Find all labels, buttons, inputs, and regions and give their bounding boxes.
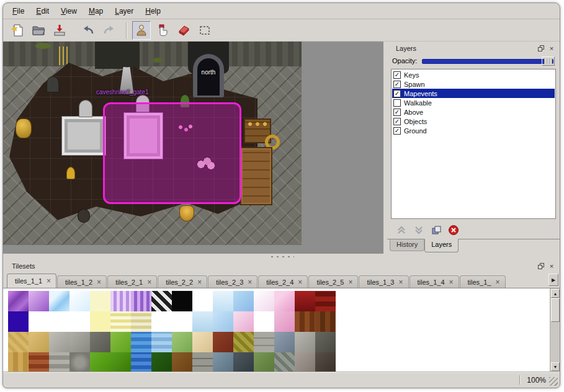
dock-tab-history[interactable]: History <box>390 239 424 251</box>
tab-close-icon[interactable]: × <box>197 279 202 285</box>
event-selection-rect[interactable] <box>103 102 241 204</box>
tab-close-icon[interactable]: × <box>97 279 101 285</box>
layer-row-mapevents[interactable]: ✓Mapevents <box>392 89 555 98</box>
tab-close-icon[interactable]: × <box>398 279 403 285</box>
delete-layer-button[interactable] <box>447 224 460 236</box>
tile-3-1[interactable] <box>29 352 49 372</box>
tile-0-11[interactable] <box>233 291 254 311</box>
save-button[interactable] <box>50 21 69 40</box>
tile-3-7[interactable] <box>151 352 172 372</box>
scrollbar-thumb[interactable] <box>551 298 560 322</box>
opacity-slider-groove[interactable] <box>422 59 553 64</box>
tile-2-9[interactable] <box>192 332 213 352</box>
map-canvas[interactable]: north caveshrine2_gate1 <box>3 42 383 254</box>
float-panel-button[interactable] <box>537 262 545 270</box>
duplicate-layer-button[interactable] <box>429 224 443 236</box>
menu-view[interactable]: View <box>58 5 80 17</box>
tab-close-icon[interactable]: × <box>47 278 51 284</box>
tile-2-12[interactable] <box>254 332 274 352</box>
tab-close-icon[interactable]: × <box>298 279 302 285</box>
tile-0-5[interactable] <box>110 291 131 311</box>
tile-0-0[interactable] <box>8 291 29 311</box>
layer-checkbox[interactable]: ✓ <box>393 81 401 88</box>
tile-2-14[interactable] <box>295 332 315 352</box>
tile-0-4[interactable] <box>90 291 110 311</box>
tile-3-8[interactable] <box>172 352 192 372</box>
redo-button[interactable] <box>100 21 119 40</box>
tile-2-11[interactable] <box>233 332 254 352</box>
opacity-slider-handle[interactable] <box>542 56 555 66</box>
tile-3-14[interactable] <box>295 352 315 372</box>
tile-1-11[interactable] <box>233 311 254 332</box>
tileset-tab-tiles_2_2[interactable]: tiles_2_2× <box>158 275 207 288</box>
tile-3-13[interactable] <box>274 352 295 372</box>
tile-1-9[interactable] <box>192 311 213 332</box>
tile-3-4[interactable] <box>90 352 110 372</box>
tile-2-6[interactable] <box>131 332 151 352</box>
tile-3-10[interactable] <box>213 352 233 372</box>
menu-layer[interactable]: Layer <box>112 5 137 17</box>
tile-1-6[interactable] <box>131 311 151 332</box>
tileset-tab-tiles_1_[interactable]: tiles_1_× <box>460 275 506 288</box>
tile-1-8[interactable] <box>172 311 192 332</box>
layer-row-keys[interactable]: ✓Keys <box>392 70 555 79</box>
tileset-tab-tiles_1_1[interactable]: tiles_1_1× <box>7 274 56 288</box>
tile-1-14[interactable] <box>295 311 315 332</box>
tab-close-icon[interactable]: × <box>147 279 151 285</box>
layer-checkbox[interactable]: ✓ <box>393 118 401 125</box>
tileset-tab-tiles_2_5[interactable]: tiles_2_5× <box>308 275 358 288</box>
menu-help[interactable]: Help <box>142 5 164 17</box>
tile-1-2[interactable] <box>49 311 69 332</box>
tile-2-15[interactable] <box>315 332 336 352</box>
tile-0-1[interactable] <box>29 291 49 311</box>
tile-1-10[interactable] <box>213 311 233 332</box>
tile-3-11[interactable] <box>233 352 254 372</box>
tile-0-9[interactable] <box>192 291 213 311</box>
menu-map[interactable]: Map <box>86 5 106 17</box>
tileset-tab-tiles_2_3[interactable]: tiles_2_3× <box>208 275 257 288</box>
tile-3-15[interactable] <box>315 352 336 372</box>
layer-row-objects[interactable]: ✓Objects <box>392 117 555 126</box>
select-tool-button[interactable] <box>195 21 214 40</box>
tab-scroll-right-button[interactable]: ▶ <box>548 274 558 286</box>
tile-3-6[interactable] <box>131 352 151 372</box>
tile-1-7[interactable] <box>151 311 172 332</box>
layer-checkbox[interactable]: ✓ <box>393 127 401 135</box>
close-panel-button[interactable]: × <box>547 262 556 270</box>
tile-0-14[interactable] <box>295 291 315 311</box>
tile-3-5[interactable] <box>110 352 131 372</box>
close-panel-button[interactable]: × <box>547 45 556 53</box>
tile-3-9[interactable] <box>192 352 213 372</box>
menu-file[interactable]: File <box>9 5 27 17</box>
tile-1-4[interactable] <box>90 311 110 332</box>
tileset-tab-tiles_1_3[interactable]: tiles_1_3× <box>359 275 408 288</box>
tile-2-13[interactable] <box>274 332 295 352</box>
layer-checkbox[interactable]: ✓ <box>393 90 401 97</box>
tile-2-7[interactable] <box>151 332 172 352</box>
layer-row-above[interactable]: ✓Above <box>392 107 555 117</box>
tileset-scrollbar[interactable]: ▲ ▼ <box>550 288 560 372</box>
tile-3-12[interactable] <box>254 352 274 372</box>
tile-0-15[interactable] <box>315 291 336 311</box>
layer-row-ground[interactable]: ✓Ground <box>392 126 555 135</box>
tileset-tab-tiles_2_1[interactable]: tiles_2_1× <box>107 275 157 288</box>
tile-2-5[interactable] <box>110 332 131 352</box>
tile-1-5[interactable] <box>110 311 131 332</box>
open-file-button[interactable] <box>29 21 48 40</box>
tile-1-15[interactable] <box>315 311 336 332</box>
new-file-button[interactable] <box>8 21 27 40</box>
tile-2-8[interactable] <box>172 332 192 352</box>
menu-edit[interactable]: Edit <box>33 5 52 17</box>
tile-0-2[interactable] <box>49 291 69 311</box>
tile-0-8[interactable] <box>172 291 192 311</box>
brush-tool-button[interactable] <box>153 21 172 40</box>
tile-2-4[interactable] <box>90 332 110 352</box>
layer-row-spawn[interactable]: ✓Spawn <box>392 79 555 89</box>
layer-checkbox[interactable]: ✓ <box>393 109 401 116</box>
tile-2-10[interactable] <box>213 332 233 352</box>
tileset-tab-tiles_1_4[interactable]: tiles_1_4× <box>410 275 459 288</box>
tile-2-0[interactable] <box>8 332 29 352</box>
tile-1-12[interactable] <box>254 311 274 332</box>
tile-2-2[interactable] <box>49 332 69 352</box>
tile-0-6[interactable] <box>131 291 151 311</box>
